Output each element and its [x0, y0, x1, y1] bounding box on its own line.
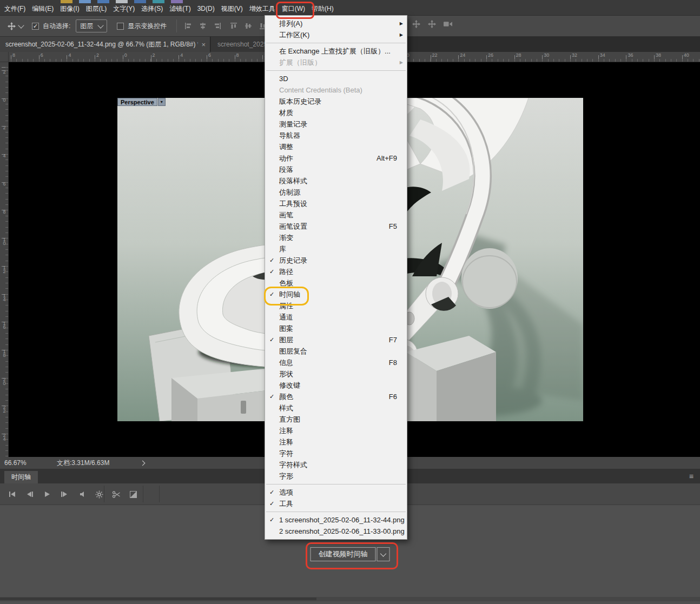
- window-menu-item-3[interactable]: 在 Exchange 上查找扩展（旧版）...: [265, 45, 407, 57]
- menu-item-shortcut: F7: [389, 336, 397, 344]
- menubar-item-file[interactable]: 文件(F): [1, 4, 29, 14]
- move-tool-icon[interactable]: [8, 22, 16, 30]
- window-menu-item-39[interactable]: 字符样式: [265, 459, 407, 470]
- window-menu-item-26[interactable]: 通道: [265, 311, 407, 323]
- window-menu-item-43[interactable]: ✓1 screenshot_2025-02-06_11-32-44.png: [265, 514, 407, 526]
- window-menu-item-8[interactable]: 材质: [265, 107, 407, 118]
- tool-preset-chevron-icon[interactable]: [18, 22, 24, 28]
- first-frame-button[interactable]: [5, 487, 19, 501]
- window-menu-item-7[interactable]: 版本历史记录: [265, 96, 407, 107]
- close-tab-icon[interactable]: ×: [201, 41, 206, 49]
- window-menu-item-42[interactable]: ✓工具: [265, 498, 407, 509]
- 3d-pan-icon[interactable]: [428, 20, 436, 28]
- menu-item-label: 图案: [279, 324, 293, 334]
- viewport-dropdown[interactable]: ▾: [158, 98, 166, 106]
- align-left-edges-icon[interactable]: [184, 22, 192, 30]
- next-frame-button[interactable]: [57, 487, 71, 501]
- window-menu-item-44[interactable]: 2 screenshot_2025-02-06_11-33-00.png: [265, 526, 407, 537]
- window-menu-item-28[interactable]: ✓图层F7: [265, 334, 407, 346]
- auto-select-checkbox[interactable]: ✓: [32, 23, 39, 30]
- window-menu-item-38[interactable]: 字符: [265, 448, 407, 459]
- transition-button[interactable]: [126, 487, 140, 501]
- align-horizontal-centers-icon[interactable]: [199, 22, 207, 30]
- menu-item-label: 直方图: [279, 415, 300, 424]
- window-menu-item-31[interactable]: 形状: [265, 368, 407, 380]
- align-right-edges-icon[interactable]: [214, 22, 221, 30]
- window-menu-item-32[interactable]: 修改键: [265, 380, 407, 391]
- window-menu-item-30[interactable]: 信息F8: [265, 357, 407, 368]
- window-menu-item-36[interactable]: 注释: [265, 425, 407, 436]
- window-menu-item-16[interactable]: 工具预设: [265, 198, 407, 209]
- chevron-down-icon: [380, 550, 386, 556]
- menubar-item-help[interactable]: 帮助(H): [308, 4, 337, 14]
- window-menu-item-40[interactable]: 字形: [265, 470, 407, 482]
- menubar-item-type[interactable]: 文字(Y): [110, 4, 138, 14]
- ruler-tick-label: 36: [628, 52, 633, 58]
- window-menu-item-22[interactable]: ✓路径: [265, 266, 407, 277]
- 3d-orbit-icon[interactable]: [412, 20, 420, 28]
- create-video-timeline-button[interactable]: 创建视频时间轴: [311, 547, 376, 561]
- menubar-item-3d[interactable]: 3D(D): [194, 5, 218, 12]
- status-chevron-icon[interactable]: [140, 460, 146, 466]
- menubar-item-window[interactable]: 窗口(W): [279, 4, 308, 14]
- menubar-item-view[interactable]: 视图(V): [218, 4, 246, 14]
- window-menu-item-25[interactable]: 属性: [265, 300, 407, 311]
- align-top-edges-icon[interactable]: [230, 22, 237, 30]
- window-menu-item-11[interactable]: 调整: [265, 141, 407, 152]
- viewport-label[interactable]: Perspective: [117, 98, 157, 106]
- menubar-item-filter[interactable]: 滤镜(T): [166, 4, 194, 14]
- timeline-panel-tab[interactable]: 时间轴: [4, 471, 38, 483]
- menubar-item-select[interactable]: 选择(S): [138, 4, 166, 14]
- auto-select-target-dropdown[interactable]: 图层: [76, 19, 107, 32]
- play-icon: [44, 491, 50, 497]
- zoom-level-field[interactable]: 66.67%: [4, 459, 56, 467]
- window-menu-item-12[interactable]: 动作Alt+F9: [265, 152, 407, 164]
- scrollbar-thumb[interactable]: [0, 598, 316, 600]
- window-menu-item-10[interactable]: 导航器: [265, 130, 407, 141]
- 3d-camera-icon[interactable]: [444, 21, 453, 28]
- window-menu-item-20[interactable]: 库: [265, 243, 407, 255]
- document-tab-1[interactable]: screenshot_2025-02-06_11-32-44.png @ 66.…: [0, 37, 210, 52]
- window-menu-item-21[interactable]: ✓历史记录: [265, 255, 407, 266]
- audio-button[interactable]: [76, 487, 90, 501]
- scissors-button[interactable]: [109, 487, 123, 501]
- align-vertical-centers-icon[interactable]: [245, 22, 252, 30]
- menubar-item-plugins[interactable]: 增效工具: [246, 4, 279, 14]
- window-menu-item-29[interactable]: 图层复合: [265, 346, 407, 357]
- window-menu-item-33[interactable]: ✓颜色F6: [265, 391, 407, 402]
- document-tab-2-title: screenshot_2025-: [217, 41, 269, 48]
- audio-icon: [80, 491, 87, 497]
- window-menu-item-1[interactable]: 排列(A)▶: [265, 18, 407, 29]
- window-menu-item-9[interactable]: 测量记录: [265, 118, 407, 130]
- menubar-item-image[interactable]: 图像(I): [57, 4, 82, 14]
- window-menu-item-37[interactable]: 注释: [265, 436, 407, 448]
- window-menu-item-13[interactable]: 段落: [265, 164, 407, 175]
- ruler-tick-label: 4: [68, 52, 71, 58]
- menubar-item-edit[interactable]: 编辑(E): [29, 4, 57, 14]
- window-menu-item-15[interactable]: 仿制源: [265, 187, 407, 198]
- window-menu-item-27[interactable]: 图案: [265, 323, 407, 334]
- ruler-tick-label: 28: [516, 52, 521, 58]
- create-timeline-dropdown[interactable]: [377, 547, 390, 561]
- menu-item-label: 样式: [279, 403, 293, 413]
- photoshop-window: Perspective ▾ 文件(F)编辑(E)图像(I)图层(L)文字(Y)选…: [0, 0, 700, 604]
- prev-frame-button[interactable]: [23, 487, 37, 501]
- window-menu-item-23[interactable]: 色板: [265, 277, 407, 289]
- horizontal-scrollbar[interactable]: [0, 597, 700, 601]
- window-menu-item-2[interactable]: 工作区(K)▶: [265, 29, 407, 41]
- window-menu-item-41[interactable]: ✓选项: [265, 487, 407, 498]
- menu-item-shortcut: F8: [389, 359, 397, 367]
- window-menu-item-19[interactable]: 渐变: [265, 232, 407, 243]
- panel-menu-icon[interactable]: ≡: [689, 472, 694, 481]
- window-menu-item-24[interactable]: ✓时间轴: [265, 289, 407, 300]
- menubar-item-layer[interactable]: 图层(L): [83, 4, 110, 14]
- show-transform-checkbox[interactable]: [117, 23, 124, 30]
- window-menu-item-18[interactable]: 画笔设置F5: [265, 221, 407, 232]
- window-menu-item-34[interactable]: 样式: [265, 402, 407, 414]
- play-button[interactable]: [40, 487, 54, 501]
- window-menu-item-14[interactable]: 段落样式: [265, 175, 407, 187]
- viewport-label-group[interactable]: Perspective ▾: [117, 98, 166, 106]
- window-menu-item-5[interactable]: 3D: [265, 73, 407, 84]
- window-menu-item-35[interactable]: 直方图: [265, 414, 407, 425]
- window-menu-item-17[interactable]: 画笔: [265, 209, 407, 221]
